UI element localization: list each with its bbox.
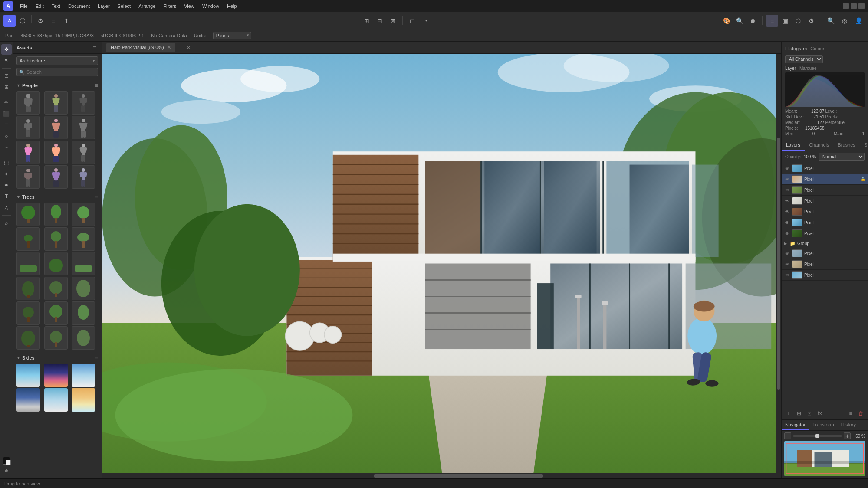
tree-asset-12[interactable] [72, 277, 95, 300]
zoom-out-btn[interactable]: − [784, 432, 791, 439]
layer-row-1[interactable]: 👁 Pixel 🔒 [782, 174, 868, 185]
tree-asset-11[interactable] [44, 277, 68, 300]
layer-visibility-0[interactable]: 👁 [784, 165, 790, 171]
layer-visibility-6[interactable]: 👁 [784, 230, 790, 236]
layer-visibility-4[interactable]: 👁 [784, 209, 790, 215]
people-section-header[interactable]: ▼ People ≡ [13, 81, 102, 90]
menu-arrange[interactable]: Arrange [135, 3, 159, 10]
vertical-scrollbar[interactable] [776, 54, 781, 473]
tab-stock[interactable]: Stock [860, 140, 868, 151]
tab-transform[interactable]: Transform [809, 420, 838, 430]
canvas-tab-main[interactable]: Halo Park Visual (69.0%) ✕ [106, 43, 175, 52]
tree-asset-8[interactable] [44, 252, 68, 275]
tree-asset-2[interactable] [44, 203, 68, 226]
tab-colour[interactable]: Colour [810, 45, 824, 52]
person-asset-6[interactable] [72, 116, 95, 139]
zoom-tool[interactable]: ⌕ [1, 218, 12, 228]
trees-section-header[interactable]: ▼ Trees ≡ [13, 192, 102, 202]
tree-asset-18[interactable] [72, 326, 95, 350]
menu-file[interactable]: File [16, 3, 31, 10]
move-tool[interactable]: ✥ [1, 44, 12, 55]
layer-row-4[interactable]: 👁 Pixel [782, 206, 868, 217]
horizontal-scrollbar[interactable] [102, 473, 781, 478]
person-asset-11[interactable] [44, 165, 68, 189]
zoom-in-btn[interactable]: + [844, 432, 851, 439]
layer-row-0[interactable]: 👁 Pixel [782, 163, 868, 174]
person-asset-12[interactable] [72, 165, 95, 189]
person-asset-2[interactable] [44, 91, 68, 115]
smudge-tool[interactable]: ~ [1, 142, 12, 153]
tree-asset-14[interactable] [44, 301, 68, 325]
tree-asset-6[interactable] [72, 227, 95, 251]
layers-mask-btn[interactable]: ⊡ [805, 409, 814, 418]
tab-layer[interactable]: Layer [785, 66, 796, 71]
tree-asset-16[interactable] [16, 326, 40, 350]
canvas-wrapper[interactable] [102, 54, 781, 473]
view-cols-btn[interactable]: ⊟ [374, 15, 386, 27]
panel-btn-4[interactable]: ⚙ [805, 15, 817, 27]
adjustments-btn[interactable]: ≡ [47, 15, 59, 27]
paint-brush-tool[interactable]: ✏ [1, 97, 12, 108]
histogram-channel-select[interactable]: All Channels Red Green Blue [785, 55, 823, 63]
menu-layer[interactable]: Layer [94, 3, 113, 10]
tab-history[interactable]: History [838, 420, 859, 430]
selection-tool[interactable]: ⬚ [1, 157, 12, 168]
shape-tool[interactable]: △ [1, 203, 12, 213]
menu-document[interactable]: Document [65, 3, 93, 10]
view-mode-dropdown[interactable]: ▼ [420, 15, 432, 27]
menu-text[interactable]: Text [48, 3, 64, 10]
blend-mode-select[interactable]: Normal Multiply Screen Overlay [819, 153, 865, 161]
person-asset-1[interactable] [16, 91, 40, 115]
tab-marquee[interactable]: Marquee [799, 66, 816, 71]
view-grid-btn[interactable]: ⊞ [361, 15, 373, 27]
layer-visibility-2[interactable]: 👁 [784, 187, 790, 193]
macro-btn[interactable]: ⏺ [746, 15, 759, 27]
close-panel-btn[interactable]: ✕ [186, 45, 191, 51]
tree-asset-7[interactable] [16, 252, 40, 275]
category-dropdown[interactable]: Architecture People Trees Skies Urban [16, 56, 98, 65]
menu-select[interactable]: Select [114, 3, 135, 10]
tab-layers[interactable]: Layers [782, 140, 805, 151]
color-swatch-fg[interactable] [3, 457, 10, 465]
tree-asset-13[interactable] [16, 301, 40, 325]
person-asset-7[interactable] [16, 141, 40, 164]
layer-row-9[interactable]: 👁 Pixel [782, 259, 868, 270]
layers-group-btn[interactable]: ⊞ [795, 409, 803, 418]
menu-help[interactable]: Help [224, 3, 240, 10]
color-picker-btn[interactable]: 🎨 [720, 15, 733, 27]
canvas-tab-close[interactable]: ✕ [167, 45, 171, 50]
tree-asset-10[interactable] [16, 277, 40, 300]
tab-brushes[interactable]: Brushes [834, 140, 860, 151]
skies-section-header[interactable]: ▼ Skies ≡ [13, 353, 102, 363]
layers-delete-btn[interactable]: 🗑 [857, 409, 865, 418]
menu-window[interactable]: Window [199, 3, 223, 10]
layer-row-6[interactable]: 👁 Pixel [782, 228, 868, 239]
sky-asset-1[interactable] [16, 364, 40, 387]
window-close[interactable] [858, 3, 865, 9]
person-asset-9[interactable] [72, 141, 95, 164]
layer-row-5[interactable]: 👁 Pixel [782, 217, 868, 228]
sky-asset-6[interactable] [72, 388, 95, 412]
horizontal-scrollbar-thumb[interactable] [374, 474, 543, 478]
tab-navigator[interactable]: Navigator [782, 420, 809, 430]
tree-asset-9[interactable] [72, 252, 95, 275]
text-tool[interactable]: T [1, 191, 12, 202]
layer-row-3[interactable]: 👁 Pixel [782, 196, 868, 206]
persona-photo-btn[interactable]: ⬡ [16, 15, 29, 27]
zoom-slider-thumb[interactable] [815, 434, 819, 438]
erase-tool[interactable]: ◻ [1, 120, 12, 130]
tree-asset-17[interactable] [44, 326, 68, 350]
tree-asset-4[interactable] [16, 227, 40, 251]
layer-visibility-1[interactable]: 👁 [784, 176, 790, 182]
group-expand-arrow[interactable]: ▶ [784, 242, 787, 246]
crop-tool[interactable]: ⊡ [1, 71, 12, 81]
online-btn[interactable]: ◎ [838, 15, 851, 27]
zoom-btn[interactable]: 🔍 [733, 15, 746, 27]
vertical-scrollbar-thumb[interactable] [777, 138, 780, 389]
menu-filters[interactable]: Filters [160, 3, 180, 10]
sky-asset-2[interactable] [44, 364, 68, 387]
settings-btn[interactable]: ⚙ [34, 15, 46, 27]
view-mode-btn[interactable]: ◻ [406, 15, 418, 27]
person-asset-10[interactable] [16, 165, 40, 189]
people-section-menu[interactable]: ≡ [95, 82, 98, 88]
